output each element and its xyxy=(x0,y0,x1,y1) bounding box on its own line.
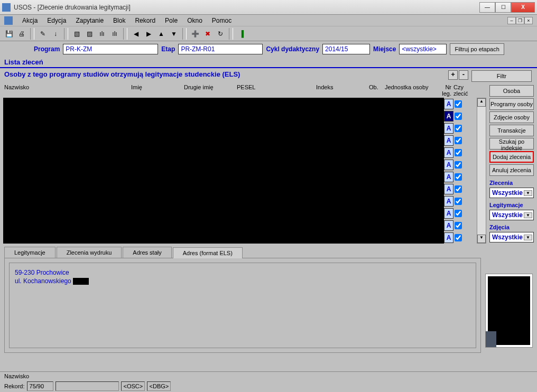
zlecic-checkbox[interactable] xyxy=(455,173,462,181)
menu-zapytanie[interactable]: Zapytanie xyxy=(76,17,104,24)
tab-strip: Legitymacje Zlecenia wydruku Adres stały… xyxy=(4,247,533,258)
mdi-minimize[interactable]: – xyxy=(507,17,516,24)
edit-icon[interactable]: ✎ xyxy=(37,28,49,40)
save-icon[interactable]: 💾 xyxy=(3,28,15,40)
first-icon[interactable]: ◀ xyxy=(130,28,142,40)
program-input[interactable] xyxy=(63,44,158,54)
zdjecia-select[interactable]: Wszystkie xyxy=(489,232,534,242)
column-headers: Nazwisko Imię Drugie imię PESEL Indeks O… xyxy=(3,83,486,98)
menu-akcja[interactable]: Akcja xyxy=(22,17,38,24)
zlecic-checkbox[interactable] xyxy=(455,210,462,217)
szukaj-po-indeksie-button[interactable]: Szukaj po indeksie xyxy=(489,138,534,150)
tool-a-icon[interactable]: ▧ xyxy=(71,28,82,40)
data-grid[interactable] xyxy=(3,98,444,244)
grid-row[interactable]: A xyxy=(444,219,476,231)
del-icon[interactable]: ✖ xyxy=(202,28,214,40)
bars2-icon[interactable]: ılı xyxy=(109,28,121,40)
down-icon[interactable]: ↓ xyxy=(50,28,61,40)
status-osc: <OSC> xyxy=(121,381,145,391)
grid-row[interactable]: A xyxy=(444,171,476,183)
maximize-button[interactable]: ☐ xyxy=(495,2,511,13)
minus-button[interactable]: - xyxy=(459,70,468,80)
osoby-subtitle: Osoby z tego programy studiów otrzymują … xyxy=(0,68,448,80)
print-icon[interactable]: 🖨 xyxy=(16,28,27,40)
dodaj-zlecenia-button[interactable]: Dodaj zlecenia xyxy=(489,151,534,163)
miejsce-label: Miejsce xyxy=(373,45,396,53)
mdi-close[interactable]: × xyxy=(524,17,533,24)
grid-row[interactable]: A xyxy=(444,146,476,158)
zlecenia-select[interactable]: Wszystkie xyxy=(489,188,534,198)
menu-okno[interactable]: Okno xyxy=(187,17,202,24)
next-icon[interactable]: ▶ xyxy=(143,28,154,40)
add-icon[interactable]: ➕ xyxy=(189,28,201,40)
status-dbg: <DBG> xyxy=(147,381,171,391)
transakcje-button[interactable]: Transakcje xyxy=(489,125,534,136)
grid-row[interactable]: A xyxy=(444,122,476,134)
grid-row[interactable]: A xyxy=(444,231,476,244)
mdi-icon xyxy=(4,16,13,25)
menu-edycja[interactable]: Edycja xyxy=(47,17,66,24)
zlecic-checkbox[interactable] xyxy=(455,185,462,193)
tab-adres-staly[interactable]: Adres stały xyxy=(123,247,171,258)
grid-row[interactable]: A xyxy=(444,134,476,146)
scroll-down-icon[interactable]: ▼ xyxy=(477,235,486,243)
close-button[interactable]: X xyxy=(511,2,535,13)
cell-status: A xyxy=(444,135,453,146)
down2-icon[interactable]: ▼ xyxy=(168,28,180,40)
osoba-button[interactable]: Osoba xyxy=(489,85,534,97)
program-label: Program xyxy=(34,45,60,53)
anuluj-zlecenia-button[interactable]: Anuluj zlecenia xyxy=(489,164,534,176)
zlecic-checkbox[interactable] xyxy=(455,234,462,241)
grid-row[interactable]: A xyxy=(444,183,476,195)
zlecic-checkbox[interactable] xyxy=(455,198,462,205)
zdjecie-osoby-button[interactable]: Zdjęcie osoby xyxy=(489,111,534,123)
etap-input[interactable] xyxy=(178,44,263,54)
rekord-label: Rekord: xyxy=(4,383,25,389)
col-jednostka: Jednostka osoby xyxy=(384,84,437,97)
filtr-button[interactable]: Filtr xyxy=(471,70,532,82)
grid-row[interactable]: A xyxy=(444,195,476,207)
menu-pole[interactable]: Pole xyxy=(165,17,178,24)
col-nazwisko: Nazwisko xyxy=(3,84,130,97)
zlecic-checkbox[interactable] xyxy=(455,125,462,132)
tool-b-icon[interactable]: ▨ xyxy=(84,28,95,40)
filter-row: Program Etap Cykl dydaktyczny Miejsce Fi… xyxy=(0,41,537,57)
menu-pomoc[interactable]: Pomoc xyxy=(212,17,232,24)
tab-legitymacje[interactable]: Legitymacje xyxy=(4,247,55,258)
minimize-button[interactable]: — xyxy=(479,2,495,13)
zlecic-checkbox[interactable] xyxy=(455,100,462,108)
grid-row[interactable]: A xyxy=(444,207,476,219)
etap-label: Etap xyxy=(161,45,175,53)
zlecic-checkbox[interactable] xyxy=(455,222,462,229)
exit-icon[interactable]: ▐ xyxy=(236,28,247,40)
tab-zlecenia-wydruku[interactable]: Zlecenia wydruku xyxy=(57,247,122,258)
tab-adres-format-els[interactable]: Adres (format ELS) xyxy=(173,247,243,258)
legitymacje-select[interactable]: Wszystkie xyxy=(489,210,534,220)
plus-button[interactable]: + xyxy=(448,70,458,80)
grid-row[interactable]: A xyxy=(444,158,476,171)
cell-status: A xyxy=(444,184,453,194)
zlecic-checkbox[interactable] xyxy=(455,137,462,144)
grid-row[interactable]: A xyxy=(444,110,476,122)
up-icon[interactable]: ▲ xyxy=(155,28,167,40)
programy-osoby-button[interactable]: Programy osoby xyxy=(489,98,534,110)
refresh-icon[interactable]: ↻ xyxy=(215,28,226,40)
scroll-up-icon[interactable]: ▲ xyxy=(477,98,486,107)
miejsce-input[interactable] xyxy=(399,44,447,54)
mdi-restore[interactable]: ❐ xyxy=(516,17,524,24)
zlecic-checkbox[interactable] xyxy=(455,113,462,120)
grid-scrollbar[interactable]: ▲ ▼ xyxy=(477,98,486,244)
zlecic-checkbox[interactable] xyxy=(455,161,462,169)
cell-status: A xyxy=(444,99,453,109)
col-imie: Imię xyxy=(130,84,183,97)
bars1-icon[interactable]: ılı xyxy=(96,28,108,40)
cykl-input[interactable] xyxy=(322,44,370,54)
cell-status: A xyxy=(444,160,453,170)
status-nazwisko-label: Nazwisko xyxy=(4,373,29,379)
menu-rekord[interactable]: Rekord xyxy=(135,17,155,24)
filtruj-button[interactable]: Filtruj po etapach xyxy=(450,43,504,55)
grid-row[interactable]: A xyxy=(444,98,476,110)
zlecic-checkbox[interactable] xyxy=(455,149,462,156)
menu-blok[interactable]: Blok xyxy=(113,17,125,24)
cell-status: A xyxy=(444,208,453,219)
